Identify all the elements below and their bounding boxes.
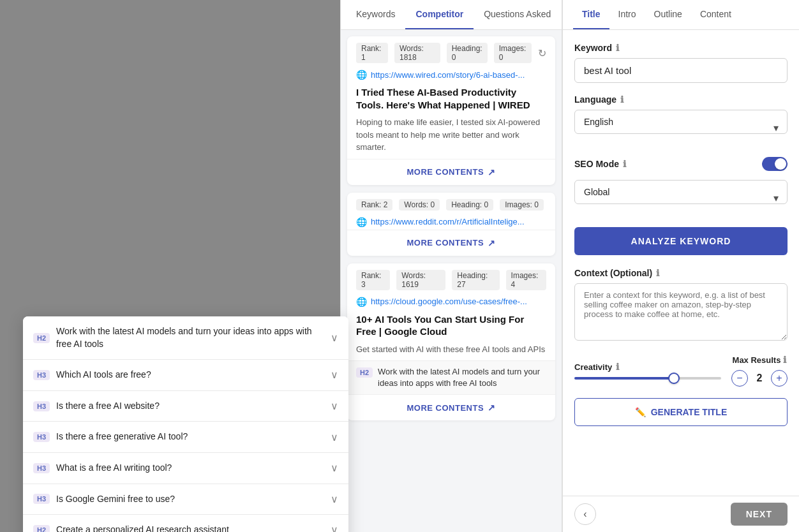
card-3-h2-snippet: H2 Work with the latest AI models and tu… <box>347 360 555 394</box>
heading-badge-3: H3 <box>33 432 50 442</box>
accordion-header-1[interactable]: H3 Which AI tools are free? ∨ <box>23 360 348 390</box>
card-2-images: Images: 0 <box>500 199 544 211</box>
heading-badge-4: H3 <box>33 463 50 473</box>
card-2-words: Words: 0 <box>399 199 440 211</box>
h2-badge-3: H2 <box>356 367 373 378</box>
accordion-header-6[interactable]: H2 Create a personalized AI research ass… <box>23 515 348 532</box>
right-tabs-bar: Title Intro Outline Content <box>563 0 799 30</box>
right-panel: Title Intro Outline Content Keyword ℹ La… <box>562 0 799 532</box>
card-2-heading: Heading: 0 <box>446 199 493 211</box>
competitor-card-2: Rank: 2 Words: 0 Heading: 0 Images: 0 🌐 … <box>347 193 555 256</box>
tab-title[interactable]: Title <box>573 0 609 29</box>
globe-icon-2: 🌐 <box>356 217 367 227</box>
decrement-button[interactable]: − <box>731 370 748 387</box>
accordion-title-2: Is there a free AI website? <box>56 400 325 413</box>
next-button[interactable]: NEXT <box>731 503 788 526</box>
card-3-more-contents[interactable]: MORE CONTENTS ↗ <box>347 394 555 420</box>
card-1-rank: Rank: 1 <box>356 43 388 63</box>
keyword-info-icon[interactable]: ℹ <box>616 43 619 53</box>
accordion-title-3: Is there a free generative AI tool? <box>56 431 325 443</box>
context-info-icon[interactable]: ℹ <box>656 268 659 278</box>
middle-tabs-bar: Keywords Competitor Questions Asked <box>341 0 562 30</box>
accordion-header-4[interactable]: H3 What is a free AI writing tool? ∨ <box>23 453 348 484</box>
analyze-keyword-button[interactable]: ANALYZE KEYWORD <box>574 227 788 255</box>
card-2-rank: Rank: 2 <box>356 199 392 211</box>
increment-button[interactable]: + <box>771 370 788 387</box>
card-3-title: 10+ AI Tools You Can Start Using For Fre… <box>347 309 555 341</box>
accordion-header-2[interactable]: H3 Is there a free AI website? ∨ <box>23 391 348 422</box>
accordion-item-0: H2 Work with the latest AI models and tu… <box>23 316 348 360</box>
back-arrow-button[interactable]: ‹ <box>574 503 596 525</box>
right-content: Keyword ℹ Language ℹ English Spanish Fre… <box>563 30 799 496</box>
tab-keywords[interactable]: Keywords <box>346 0 405 29</box>
toggle-knob <box>775 158 786 170</box>
context-textarea[interactable] <box>574 283 788 341</box>
geo-select-wrapper: Global United States United Kingdom Aust… <box>574 180 788 216</box>
chevron-icon-3: ∨ <box>331 431 338 443</box>
card-3-url[interactable]: 🌐 https://cloud.google.com/use-cases/fre… <box>347 294 555 309</box>
card-3-images: Images: 4 <box>506 270 546 290</box>
accordion-title-0: Work with the latest AI models and turn … <box>56 325 325 350</box>
tab-outline[interactable]: Outline <box>645 0 691 29</box>
seo-mode-info-icon[interactable]: ℹ <box>623 159 626 169</box>
slider-thumb <box>668 373 680 384</box>
keyword-input[interactable] <box>574 58 788 83</box>
geo-select[interactable]: Global United States United Kingdom Aust… <box>574 180 788 204</box>
language-select-wrapper: English Spanish French German Chinese ▾ <box>574 110 788 145</box>
card-3-heading: Heading: 27 <box>452 270 499 290</box>
max-results-info-icon[interactable]: ℹ <box>783 355 786 365</box>
creativity-section: Creativity ℹ <box>574 362 721 380</box>
card-1-desc: Hoping to make life easier, I tested six… <box>347 114 555 159</box>
card-1-refresh-button[interactable]: ↻ <box>538 47 546 59</box>
creativity-max-row: Creativity ℹ Max Results ℹ − 2 + <box>574 355 788 387</box>
seo-mode-row: SEO Mode ℹ <box>574 157 788 171</box>
card-3-rank: Rank: 3 <box>356 270 390 290</box>
chevron-icon-1: ∨ <box>331 369 338 381</box>
accordion-item-3: H3 Is there a free generative AI tool? ∨ <box>23 422 348 453</box>
creativity-info-icon[interactable]: ℹ <box>616 362 619 372</box>
pencil-icon: ✏️ <box>635 407 646 417</box>
globe-icon-3: 🌐 <box>356 297 367 307</box>
creativity-slider[interactable] <box>574 377 721 380</box>
heading-badge-0: H2 <box>33 333 50 343</box>
middle-scroll[interactable]: Rank: 1 Words: 1818 Heading: 0 Images: 0… <box>341 30 562 530</box>
accordion-header-0[interactable]: H2 Work with the latest AI models and tu… <box>23 316 348 359</box>
middle-panel: Keywords Competitor Questions Asked Rank… <box>340 0 562 532</box>
accordion-header-5[interactable]: H3 Is Google Gemini free to use? ∨ <box>23 484 348 515</box>
accordion-title-6: Create a personalized AI research assist… <box>56 524 325 532</box>
accordion-item-4: H3 What is a free AI writing tool? ∨ <box>23 453 348 484</box>
tab-intro[interactable]: Intro <box>609 0 645 29</box>
arrow-icon-1: ↗ <box>488 167 496 177</box>
max-results-label: Max Results ℹ <box>733 355 787 365</box>
card-1-more-contents[interactable]: MORE CONTENTS ↗ <box>347 159 555 185</box>
card-2-more-contents[interactable]: MORE CONTENTS ↗ <box>347 230 555 256</box>
heading-badge-6: H2 <box>33 525 50 532</box>
language-info-icon[interactable]: ℹ <box>620 94 624 105</box>
language-select[interactable]: English Spanish French German Chinese <box>574 110 788 134</box>
accordion-item-5: H3 Is Google Gemini free to use? ∨ <box>23 484 348 515</box>
competitor-card-1: Rank: 1 Words: 1818 Heading: 0 Images: 0… <box>347 36 555 185</box>
keyword-label: Keyword ℹ <box>574 43 788 53</box>
accordion-title-4: What is a free AI writing tool? <box>56 462 325 475</box>
generate-title-button[interactable]: ✏️ GENERATE TITLE <box>574 398 788 426</box>
left-accordion-panel: H2 Work with the latest AI models and tu… <box>23 316 348 532</box>
chevron-icon-6: ∨ <box>331 524 338 532</box>
card-1-meta: Rank: 1 Words: 1818 Heading: 0 Images: 0… <box>347 36 555 67</box>
card-1-url[interactable]: 🌐 https://www.wired.com/story/6-ai-based… <box>347 67 555 82</box>
seo-mode-label: SEO Mode ℹ <box>574 159 626 169</box>
card-1-images: Images: 0 <box>494 43 532 63</box>
card-2-url[interactable]: 🌐 https://www.reddit.com/r/ArtificialInt… <box>347 214 555 230</box>
chevron-icon-5: ∨ <box>331 493 338 505</box>
language-label: Language ℹ <box>574 94 788 105</box>
tab-competitor[interactable]: Competitor <box>405 0 474 29</box>
max-results-section: Max Results ℹ − 2 + <box>731 355 788 387</box>
accordion-header-3[interactable]: H3 Is there a free generative AI tool? ∨ <box>23 422 348 452</box>
max-results-stepper: − 2 + <box>731 370 788 387</box>
tab-questions-asked[interactable]: Questions Asked <box>474 0 561 29</box>
card-3-desc: Get started with AI with these free AI t… <box>347 341 555 361</box>
accordion-title-5: Is Google Gemini free to use? <box>56 493 325 506</box>
seo-mode-toggle[interactable] <box>762 157 788 171</box>
context-label: Context (Optional) ℹ <box>574 268 788 278</box>
heading-badge-1: H3 <box>33 370 50 380</box>
tab-content[interactable]: Content <box>691 0 740 29</box>
